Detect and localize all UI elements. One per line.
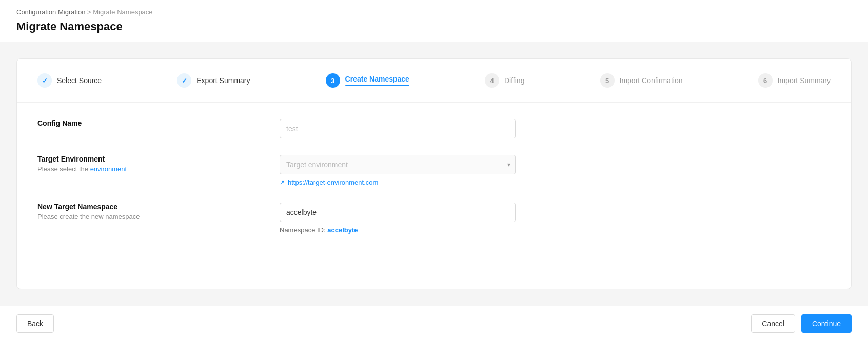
step-5-label: Import Confirmation	[620, 76, 683, 85]
step-3[interactable]: 3 Create Namespace	[326, 73, 409, 88]
target-environment-link-text: https://target-environment.com	[288, 178, 378, 186]
continue-button[interactable]: Continue	[801, 314, 852, 333]
config-name-input[interactable]	[280, 119, 516, 138]
new-namespace-label-group: New Target Namespace Please create the n…	[37, 203, 263, 220]
divider-5-6	[688, 81, 752, 81]
divider-2-3	[257, 81, 320, 81]
step-4-icon: 4	[485, 73, 499, 88]
config-name-field-group	[280, 119, 516, 138]
external-link-icon: ↗	[280, 179, 285, 186]
target-environment-label: Target Environment	[37, 155, 263, 163]
step-2-icon: ✓	[177, 73, 191, 88]
breadcrumb-current: Migrate Namespace	[93, 8, 152, 16]
bottom-right: Cancel Continue	[751, 314, 852, 333]
divider-4-5	[530, 81, 594, 81]
step-6-icon: 6	[758, 73, 773, 88]
target-environment-select[interactable]: Target environment	[280, 155, 516, 174]
step-5[interactable]: 5 Import Confirmation	[600, 73, 683, 88]
namespace-id-text: Namespace ID: accelbyte	[280, 226, 516, 234]
step-3-underline	[345, 85, 409, 86]
target-environment-label-group: Target Environment Please select the env…	[37, 155, 263, 173]
form-content: Config Name Target Environment Please se…	[17, 103, 851, 250]
check-icon-2: ✓	[182, 77, 187, 85]
namespace-id-value: accelbyte	[327, 226, 358, 234]
step-6-label: Import Summary	[778, 76, 831, 85]
step-5-number: 5	[605, 77, 609, 85]
bottom-left: Back	[16, 314, 54, 333]
breadcrumb-separator: >	[87, 8, 93, 16]
step-3-number: 3	[331, 77, 334, 85]
config-name-label-group: Config Name	[37, 119, 263, 129]
step-2-label: Export Summary	[196, 76, 250, 85]
new-namespace-sublabel: Please create the new namespace	[37, 213, 263, 220]
step-1-icon: ✓	[37, 73, 52, 88]
target-environment-row: Target Environment Please select the env…	[37, 155, 831, 186]
step-4-label: Diffing	[504, 76, 524, 85]
new-namespace-row: New Target Namespace Please create the n…	[37, 203, 831, 234]
cancel-button[interactable]: Cancel	[751, 314, 795, 333]
divider-1-2	[108, 81, 171, 81]
target-environment-select-wrapper: Target environment ▾	[280, 155, 516, 174]
step-6[interactable]: 6 Import Summary	[758, 73, 831, 88]
step-3-icon: 3	[326, 73, 340, 88]
namespace-id-prefix: Namespace ID:	[280, 226, 326, 234]
step-2[interactable]: ✓ Export Summary	[177, 73, 250, 88]
bottom-bar: Back Cancel Continue	[0, 306, 868, 341]
page-title: Migrate Namespace	[16, 20, 852, 42]
highlight-environment: environment	[90, 165, 127, 173]
step-6-number: 6	[763, 77, 767, 85]
new-namespace-field-group: Namespace ID: accelbyte	[280, 203, 516, 234]
target-environment-link[interactable]: ↗ https://target-environment.com	[280, 178, 516, 186]
target-environment-field-group: Target environment ▾ ↗ https://target-en…	[280, 155, 516, 186]
back-button[interactable]: Back	[16, 314, 54, 333]
step-1-label: Select Source	[57, 76, 102, 85]
stepper: ✓ Select Source ✓ Export Summary	[17, 59, 851, 103]
breadcrumb: Configuration Migration > Migrate Namesp…	[16, 8, 852, 16]
breadcrumb-parent[interactable]: Configuration Migration	[16, 8, 85, 16]
wizard-card: ✓ Select Source ✓ Export Summary	[16, 58, 852, 289]
new-namespace-label: New Target Namespace	[37, 203, 263, 211]
main-content: ✓ Select Source ✓ Export Summary	[0, 42, 868, 306]
step-4-number: 4	[490, 77, 494, 85]
config-name-row: Config Name	[37, 119, 831, 138]
step-3-label: Create Namespace	[345, 75, 409, 83]
top-bar: Configuration Migration > Migrate Namesp…	[0, 0, 868, 42]
step-5-icon: 5	[600, 73, 615, 88]
new-namespace-input[interactable]	[280, 203, 516, 222]
config-name-label: Config Name	[37, 119, 263, 127]
target-environment-sublabel: Please select the environment	[37, 165, 263, 173]
step-4[interactable]: 4 Diffing	[485, 73, 524, 88]
check-icon-1: ✓	[42, 77, 48, 85]
step-1[interactable]: ✓ Select Source	[37, 73, 102, 88]
divider-3-4	[416, 81, 479, 81]
